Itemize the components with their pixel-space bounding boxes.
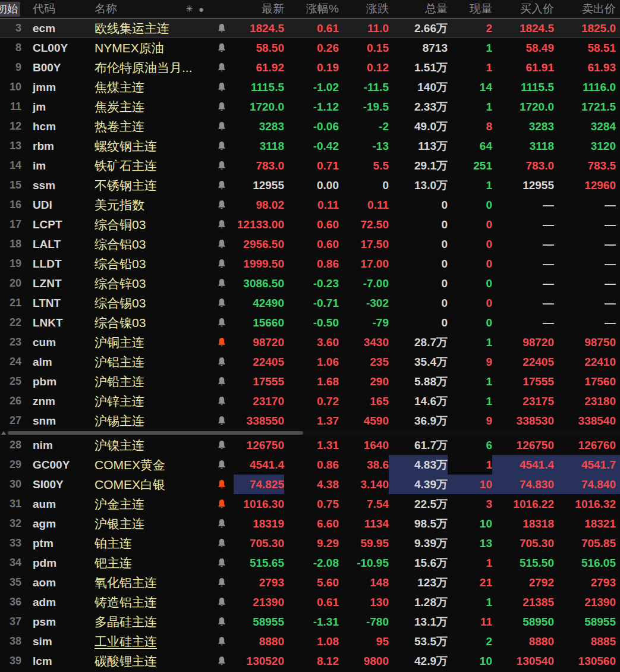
quote-row[interactable]: 17 LCPT 综合铜03 12133.00 0.60 72.50 0 0 — …	[0, 215, 620, 234]
sun-icon[interactable]: ✳	[185, 4, 193, 14]
alert-bell-icon[interactable]	[210, 136, 234, 156]
alert-bell-icon[interactable]	[210, 58, 234, 77]
initial-tab-button[interactable]: 初始	[0, 2, 20, 17]
alert-bell-icon[interactable]	[210, 455, 234, 475]
quote-row[interactable]: 3 ecm 欧线集运主连 1824.5 0.61 11.0 2.66万 2 18…	[0, 18, 620, 38]
alert-bell-icon[interactable]	[210, 18, 234, 38]
alert-bell-icon[interactable]	[210, 293, 234, 313]
alert-bell-icon[interactable]	[210, 234, 234, 254]
alert-bell-icon[interactable]	[210, 97, 234, 117]
alert-bell-icon[interactable]	[210, 475, 234, 494]
alert-bell-icon[interactable]	[210, 573, 234, 592]
alert-bell-icon[interactable]	[210, 38, 234, 58]
alert-bell-icon[interactable]	[210, 372, 234, 391]
quote-row[interactable]: 26 znm 沪锌主连 23170 0.72 165 14.6万 1 23175…	[0, 391, 620, 411]
alert-bell-icon[interactable]	[210, 77, 234, 97]
column-header-ask[interactable]: 卖出价	[554, 1, 620, 17]
bid-price-cell: 338530	[492, 411, 554, 431]
current-volume-cell: 1	[448, 372, 492, 391]
alert-bell-icon[interactable]	[210, 553, 234, 573]
quote-row[interactable]: 8 CL00Y NYMEX原油 58.50 0.26 0.15 8713 1 5…	[0, 38, 620, 58]
current-volume-cell: 1	[448, 38, 492, 58]
alert-bell-icon[interactable]	[210, 514, 234, 533]
column-header-bid[interactable]: 买入价	[492, 1, 554, 17]
quote-row[interactable]: 29 GC00Y COMEX黄金 4541.4 0.86 38.6 4.83万 …	[0, 455, 620, 475]
quote-row[interactable]: 10 jmm 焦煤主连 1115.5 -1.02 -11.5 140万 14 1…	[0, 77, 620, 97]
quote-row[interactable]: 12 hcm 热卷主连 3283 -0.06 -2 49.0万 8 3283 3…	[0, 117, 620, 136]
alert-bell-icon[interactable]	[210, 651, 234, 671]
quote-row[interactable]: 38 sim 工业硅主连 8880 1.08 95 53.5万 2 8880 8…	[0, 632, 620, 651]
alert-bell-icon[interactable]	[210, 592, 234, 612]
quote-row[interactable]: 13 rbm 螺纹钢主连 3118 -0.42 -13 113万 64 3118…	[0, 136, 620, 156]
column-header-last[interactable]: 最新	[234, 1, 284, 17]
dot-icon[interactable]: ●	[199, 4, 204, 14]
quote-row[interactable]: 9 B00Y 布伦特原油当月... 61.92 0.19 0.12 1.51万 …	[0, 58, 620, 77]
row-number: 18	[0, 234, 26, 254]
quote-row[interactable]: 37 psm 多晶硅主连 58955 -1.31 -780 13.1万 11 5…	[0, 612, 620, 632]
quote-row[interactable]: 25 pbm 沪铅主连 17555 1.68 290 5.88万 1 17555…	[0, 372, 620, 391]
quote-row[interactable]: 22 LNKT 综合镍03 15660 -0.50 -79 0 0 — —	[0, 313, 620, 332]
quote-row[interactable]: 20 LZNT 综合锌03 3086.50 -0.23 -7.00 0 0 — …	[0, 274, 620, 293]
change-percent-cell: -1.02	[284, 77, 339, 97]
alert-bell-icon[interactable]	[210, 274, 234, 293]
pane-splitter[interactable]	[0, 431, 620, 435]
ask-price-cell: 22410	[554, 352, 620, 372]
quote-row[interactable]: 23 cum 沪铜主连 98720 3.60 3430 28.7万 1 9872…	[0, 332, 620, 352]
alert-bell-icon[interactable]	[210, 195, 234, 215]
quote-row[interactable]: 18 LALT 综合铝03 2956.50 0.60 17.50 0 0 — —	[0, 234, 620, 254]
current-volume-cell: 10	[448, 475, 492, 494]
code-cell: ptm	[26, 533, 95, 553]
alert-bell-icon[interactable]	[210, 117, 234, 136]
column-header-name[interactable]: 名称 ✳ ●	[95, 1, 210, 17]
bid-price-cell: 1115.5	[492, 77, 554, 97]
alert-bell-icon[interactable]	[210, 494, 234, 514]
quote-row[interactable]: 34 pdm 钯主连 515.65 -2.08 -10.95 15.6万 1 5…	[0, 553, 620, 573]
quote-row[interactable]: 39 lcm 碳酸锂主连 130520 8.12 9800 42.9万 10 1…	[0, 651, 620, 671]
bid-price-cell: 705.30	[492, 533, 554, 553]
change-percent-cell: 6.60	[284, 514, 339, 533]
change-percent-cell: -0.50	[284, 313, 339, 332]
horizontal-scrollbar-thumb[interactable]	[8, 431, 303, 435]
alert-bell-icon[interactable]	[210, 435, 234, 455]
alert-bell-icon[interactable]	[210, 313, 234, 332]
alert-bell-icon[interactable]	[210, 254, 234, 274]
alert-bell-icon[interactable]	[210, 352, 234, 372]
last-price-cell: 3283	[234, 117, 284, 136]
quote-row[interactable]: 28 nim 沪镍主连 126750 1.31 1640 61.7万 6 126…	[0, 435, 620, 455]
quote-row[interactable]: 35 aom 氧化铝主连 2793 5.60 148 123万 21 2792 …	[0, 573, 620, 592]
quote-row[interactable]: 33 ptm 铂主连 705.30 9.29 59.95 9.39万 13 70…	[0, 533, 620, 553]
alert-bell-icon[interactable]	[210, 533, 234, 553]
quote-row[interactable]: 19 LLDT 综合铅03 1999.50 0.86 17.00 0 0 — —	[0, 254, 620, 274]
alert-bell-icon[interactable]	[210, 632, 234, 651]
alert-bell-icon[interactable]	[210, 156, 234, 175]
quote-row[interactable]: 15 ssm 不锈钢主连 12955 0.00 0 13.0万 1 12955 …	[0, 175, 620, 195]
quote-row[interactable]: 16 UDI 美元指数 98.02 0.11 0.11 0 0 — —	[0, 195, 620, 215]
alert-bell-icon[interactable]	[210, 391, 234, 411]
quote-row[interactable]: 11 jm 焦炭主连 1720.0 -1.12 -19.5 2.33万 1 17…	[0, 97, 620, 117]
name-cell: 焦炭主连	[95, 97, 210, 117]
column-header-pct[interactable]: 涨幅%	[284, 1, 339, 17]
splitter-grip-icon[interactable]	[1, 431, 6, 435]
alert-bell-icon[interactable]	[210, 175, 234, 195]
column-header-vol[interactable]: 总量	[389, 1, 448, 17]
quote-row[interactable]: 36 adm 铸造铝主连 21390 0.61 130 1.28万 1 2138…	[0, 592, 620, 612]
quote-row[interactable]: 14 im 铁矿石主连 783.0 0.71 5.5 29.1万 251 783…	[0, 156, 620, 175]
current-volume-cell: 0	[448, 234, 492, 254]
quote-row[interactable]: 27 snm 沪锡主连 338550 1.37 4590 36.9万 9 338…	[0, 411, 620, 431]
row-number: 3	[0, 18, 26, 38]
quote-row[interactable]: 32 agm 沪银主连 18319 6.60 1134 98.5万 10 183…	[0, 514, 620, 533]
alert-bell-icon[interactable]	[210, 332, 234, 352]
code-cell: snm	[26, 411, 95, 431]
column-header-cur[interactable]: 现量	[448, 1, 492, 17]
quote-row[interactable]: 24 alm 沪铝主连 22405 1.06 235 35.4万 9 22405…	[0, 352, 620, 372]
quote-row[interactable]: 30 SI00Y COMEX白银 74.825 4.38 3.140 4.39万…	[0, 475, 620, 494]
quote-row[interactable]: 21 LTNT 综合锡03 42490 -0.71 -302 0 0 — —	[0, 293, 620, 313]
alert-bell-icon[interactable]	[210, 612, 234, 632]
ask-price-cell: 23180	[554, 391, 620, 411]
name-cell: 碳酸锂主连	[95, 651, 210, 671]
alert-bell-icon[interactable]	[210, 215, 234, 234]
quote-row[interactable]: 31 aum 沪金主连 1016.30 0.75 7.54 22.5万 3 10…	[0, 494, 620, 514]
column-header-code[interactable]: 代码	[26, 1, 95, 17]
column-header-chg[interactable]: 涨跌	[339, 1, 389, 17]
alert-bell-icon[interactable]	[210, 411, 234, 431]
